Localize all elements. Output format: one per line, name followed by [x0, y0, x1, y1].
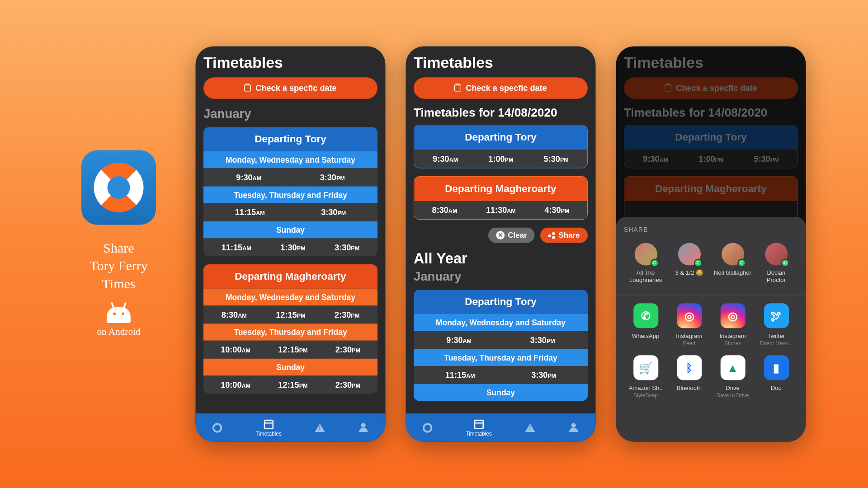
all-year-heading: All Year — [414, 250, 588, 267]
app-sub: Direct Mess... — [760, 340, 793, 347]
bluetooth-icon: ᛒ — [677, 356, 702, 380]
tab-alerts[interactable] — [524, 422, 536, 433]
lifebuoy-icon — [94, 163, 144, 212]
time: 5:30PM — [544, 154, 569, 163]
card-header: Departing Tory — [414, 126, 587, 150]
time: 10:00AM — [221, 345, 250, 354]
share-app[interactable]: ◎InstagramStories — [713, 304, 752, 347]
share-app[interactable]: 🕊TwitterDirect Mess... — [757, 304, 795, 347]
platform-label: on Android — [97, 326, 140, 338]
app-sub: StyleSnap — [633, 392, 658, 399]
share-sheet: SHARE ✆All The Loughnanes ✆3 & 1/2 😂 ✆Ne… — [616, 217, 806, 442]
time: 3:30PM — [320, 173, 345, 182]
check-date-button[interactable]: Check a specfic date — [414, 77, 588, 99]
tab-timetables[interactable]: Timetables — [466, 418, 492, 436]
share-button[interactable]: Share — [541, 228, 588, 243]
time: 9:30AM — [446, 336, 472, 345]
avatar: ✆ — [765, 243, 788, 266]
drive-icon: ▲ — [720, 356, 745, 380]
share-app[interactable]: ✆WhatsApp — [627, 304, 665, 347]
share-apps-row: ✆WhatsApp ◎InstagramFeed ◎InstagramStori… — [624, 304, 798, 347]
time: 12:15PM — [278, 380, 307, 389]
time: 2:30PM — [335, 380, 360, 389]
tab-account[interactable] — [358, 422, 369, 433]
share-apps-row: 🛒Amazon Sh..StyleSnap ᛒBluetooth ▲DriveS… — [624, 356, 798, 399]
check-date-button[interactable]: Check a specfic date — [203, 77, 377, 99]
time: 9:30AM — [236, 173, 261, 182]
platform-row: on Android — [97, 307, 140, 338]
card-sub: Tuesday, Thursday and Friday — [414, 349, 588, 366]
times-row: 9:30AM 3:30PM — [203, 169, 377, 187]
tab-home[interactable] — [212, 422, 223, 433]
app-sub: Feed — [683, 340, 695, 347]
share-contact[interactable]: ✆All The Loughnanes — [627, 243, 665, 284]
time: 9:30AM — [433, 154, 458, 163]
share-contact[interactable]: ✆Neil Gallagher — [713, 243, 752, 284]
time: 12:15PM — [278, 345, 307, 354]
times-row: 10:00AM 12:15PM 2:30PM — [203, 341, 377, 359]
check-date-label: Check a specfic date — [466, 84, 547, 93]
month-label: January — [203, 107, 377, 122]
tabbar: Timetables — [196, 413, 386, 442]
date-card-tory: Departing Tory 9:30AM 1:00PM 5:30PM — [414, 125, 588, 168]
separator — [616, 295, 806, 296]
check-date-label: Check a specfic date — [255, 84, 336, 93]
card-sub: Tuesday, Thursday and Friday — [203, 187, 377, 204]
tabbar: Timetables — [406, 413, 596, 442]
card-sub: Sunday — [414, 384, 588, 401]
calendar-icon — [474, 419, 483, 429]
share-app[interactable]: 🛒Amazon Sh..StyleSnap — [627, 356, 665, 399]
app-name: WhatsApp — [632, 332, 660, 339]
app-icon — [81, 150, 156, 225]
share-contact[interactable]: ✆Declan Proctor — [757, 243, 795, 284]
card-sub: Tuesday, Thursday and Friday — [203, 324, 377, 341]
intro-column: Share Tory Ferry Times on Android — [62, 150, 175, 338]
times-row: 11:15AM 3:30PM — [414, 366, 588, 384]
contact-name: All The Loughnanes — [627, 269, 665, 284]
time: 1:30PM — [280, 243, 305, 252]
card-header: Departing Magheroarty — [203, 264, 377, 289]
share-label: Share — [559, 231, 580, 239]
share-icon — [548, 232, 555, 239]
app-name: Drive — [726, 384, 740, 391]
share-app[interactable]: ◎InstagramFeed — [670, 304, 708, 347]
clear-button[interactable]: ✕ Clear — [488, 228, 535, 243]
tab-timetables[interactable]: Timetables — [255, 418, 282, 436]
share-app[interactable]: ᛒBluetooth — [670, 356, 708, 399]
times-row: 9:30AM 1:00PM 5:30PM — [414, 150, 587, 168]
card-header: Departing Tory — [203, 127, 377, 151]
whatsapp-badge-icon: ✆ — [693, 259, 702, 267]
app-name: Twitter — [768, 332, 785, 339]
tab-alerts[interactable] — [314, 422, 326, 433]
time: 12:15PM — [276, 310, 305, 319]
date-heading: Timetables for 14/08/2020 — [414, 106, 588, 119]
phone-screenshot-3: Timetables Check a specfic date Timetabl… — [616, 47, 806, 442]
user-icon — [359, 423, 368, 432]
time: 8:30AM — [432, 206, 458, 215]
time: 10:00AM — [221, 380, 250, 389]
share-app[interactable]: ▲DriveSave to Drive — [713, 356, 752, 399]
share-contact[interactable]: ✆3 & 1/2 😂 — [670, 243, 708, 284]
share-app[interactable]: ▮Duo — [757, 356, 795, 399]
lifebuoy-icon — [423, 423, 432, 432]
tab-home[interactable] — [422, 422, 433, 433]
timetable-card-tory: Departing Tory Monday, Wednesday and Sat… — [414, 290, 588, 401]
contact-name: 3 & 1/2 😂 — [675, 269, 703, 276]
intro-title: Share Tory Ferry Times — [90, 239, 148, 292]
card-sub: Monday, Wednesday and Saturday — [203, 151, 377, 169]
share-contacts: ✆All The Loughnanes ✆3 & 1/2 😂 ✆Neil Gal… — [624, 243, 798, 284]
calendar-icon — [454, 85, 461, 92]
time: 3:30PM — [531, 371, 556, 380]
times-row: 8:30AM 11:30AM 4:30PM — [414, 201, 587, 219]
time: 2:30PM — [335, 345, 360, 354]
app-sub: Save to Drive — [717, 392, 749, 399]
times-row: 11:15AM 1:30PM 3:30PM — [203, 239, 377, 257]
tab-account[interactable] — [568, 422, 580, 433]
avatar: ✆ — [678, 243, 700, 266]
close-icon: ✕ — [496, 231, 505, 239]
whatsapp-badge-icon: ✆ — [650, 259, 659, 267]
card-sub: Sunday — [203, 221, 377, 239]
time: 3:30PM — [530, 336, 555, 345]
tab-label: Timetables — [255, 431, 282, 437]
app-name: Amazon Sh.. — [629, 384, 663, 391]
